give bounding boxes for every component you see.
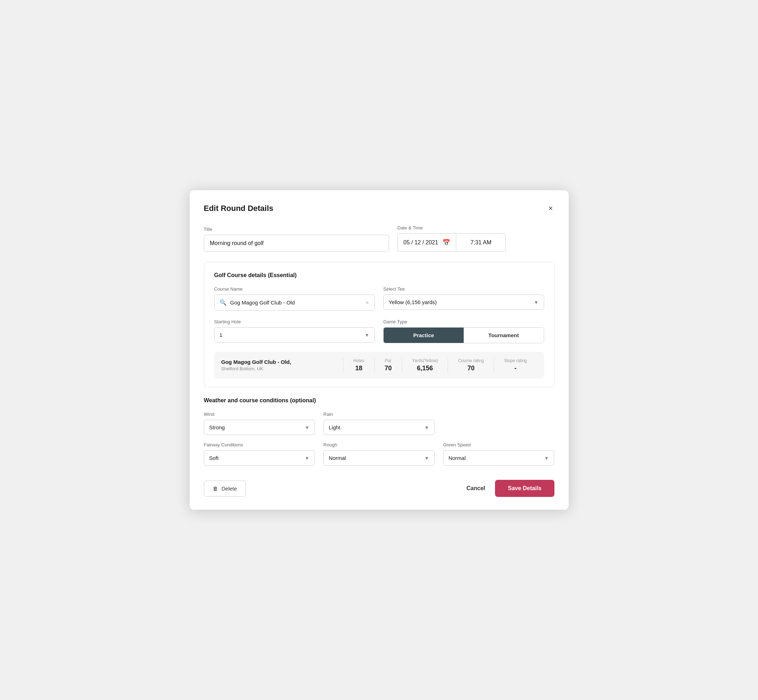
course-rating-stat: Course rating 70 bbox=[448, 358, 493, 372]
slope-rating-label: Slope rating bbox=[504, 358, 527, 363]
course-info-location: Shelford Bottom, UK bbox=[221, 366, 343, 371]
rough-dropdown[interactable]: Normal ▼ bbox=[324, 450, 434, 466]
green-speed-dropdown[interactable]: Normal ▼ bbox=[443, 450, 554, 466]
holes-label: Holes bbox=[353, 358, 365, 363]
tournament-button[interactable]: Tournament bbox=[464, 328, 544, 343]
course-tee-row: Course Name 🔍 Gog Magog Golf Club - Old … bbox=[214, 286, 544, 311]
game-type-group: Game Type Practice Tournament bbox=[383, 319, 544, 343]
course-name-value: Gog Magog Golf Club - Old bbox=[230, 300, 295, 306]
game-type-label: Game Type bbox=[383, 319, 544, 324]
course-info-name-block: Gog Magog Golf Club - Old, Shelford Bott… bbox=[221, 359, 343, 371]
course-info-name: Gog Magog Golf Club - Old, bbox=[221, 359, 343, 365]
select-tee-group: Select Tee Yellow (6,156 yards) ▼ bbox=[383, 286, 544, 311]
rough-group: Rough Normal ▼ bbox=[324, 442, 434, 466]
wind-group: Wind Strong ▼ bbox=[204, 411, 315, 435]
wind-rain-row: Wind Strong ▼ Rain Light ▼ bbox=[204, 411, 554, 435]
bottom-bar: 🗑 Delete Cancel Save Details bbox=[204, 477, 554, 497]
course-name-group: Course Name 🔍 Gog Magog Golf Club - Old … bbox=[214, 286, 375, 311]
rain-group: Rain Light ▼ bbox=[324, 411, 434, 435]
starting-hole-dropdown[interactable]: 1 ▼ bbox=[214, 327, 375, 342]
hole-gametype-row: Starting Hole 1 ▼ Game Type Practice Tou… bbox=[214, 319, 544, 343]
course-info-row: Gog Magog Golf Club - Old, Shelford Bott… bbox=[214, 352, 544, 378]
slope-rating-value: - bbox=[514, 364, 516, 372]
rough-label: Rough bbox=[324, 442, 434, 447]
fairway-dropdown[interactable]: Soft ▼ bbox=[204, 450, 315, 466]
golf-course-section-title: Golf Course details (Essential) bbox=[214, 272, 544, 278]
starting-hole-label: Starting Hole bbox=[214, 319, 375, 324]
course-name-input[interactable]: 🔍 Gog Magog Golf Club - Old ✕ bbox=[214, 295, 375, 311]
par-stat: Par 70 bbox=[374, 358, 402, 372]
rain-dropdown[interactable]: Light ▼ bbox=[324, 420, 434, 435]
title-label: Title bbox=[204, 227, 389, 232]
title-field-group: Title bbox=[204, 227, 389, 252]
course-rating-label: Course rating bbox=[458, 358, 484, 363]
slope-rating-stat: Slope rating - bbox=[493, 358, 537, 372]
delete-button[interactable]: 🗑 Delete bbox=[204, 481, 246, 497]
date-field[interactable]: 05 / 12 / 2021 📅 bbox=[398, 233, 456, 252]
game-type-toggle: Practice Tournament bbox=[383, 327, 544, 343]
fairway-label: Fairway Conditions bbox=[204, 442, 315, 447]
date-time-group: 05 / 12 / 2021 📅 7:31 AM bbox=[398, 233, 506, 252]
modal-title: Edit Round Details bbox=[204, 204, 274, 213]
golf-course-section: Golf Course details (Essential) Course N… bbox=[204, 262, 554, 388]
fairway-group: Fairway Conditions Soft ▼ bbox=[204, 442, 315, 466]
weather-section-title: Weather and course conditions (optional) bbox=[204, 397, 554, 404]
edit-round-modal: Edit Round Details × Title Date & Time 0… bbox=[190, 190, 568, 510]
course-name-label: Course Name bbox=[214, 286, 375, 292]
time-value: 7:31 AM bbox=[470, 239, 492, 246]
chevron-down-icon-3: ▼ bbox=[305, 425, 310, 430]
rain-label: Rain bbox=[324, 411, 434, 417]
starting-hole-value: 1 bbox=[219, 332, 365, 338]
holes-value: 18 bbox=[355, 364, 362, 372]
starting-hole-group: Starting Hole 1 ▼ bbox=[214, 319, 375, 343]
green-speed-value: Normal bbox=[448, 455, 544, 461]
chevron-down-icon-7: ▼ bbox=[544, 455, 549, 461]
title-input[interactable] bbox=[204, 235, 389, 252]
save-button[interactable]: Save Details bbox=[495, 480, 554, 497]
right-actions: Cancel Save Details bbox=[467, 480, 554, 497]
chevron-down-icon-4: ▼ bbox=[424, 425, 429, 430]
rough-value: Normal bbox=[329, 455, 424, 461]
yards-label: Yards(Yellow) bbox=[412, 358, 438, 363]
fairway-rough-green-row: Fairway Conditions Soft ▼ Rough Normal ▼… bbox=[204, 442, 554, 466]
wind-value: Strong bbox=[209, 424, 305, 430]
modal-header: Edit Round Details × bbox=[204, 203, 554, 214]
close-button[interactable]: × bbox=[547, 203, 554, 214]
delete-label: Delete bbox=[222, 486, 237, 492]
par-label: Par bbox=[385, 358, 392, 363]
chevron-down-icon-5: ▼ bbox=[305, 455, 310, 461]
wind-label: Wind bbox=[204, 411, 315, 417]
par-value: 70 bbox=[385, 364, 392, 372]
wind-dropdown[interactable]: Strong ▼ bbox=[204, 420, 315, 435]
datetime-field-group: Date & Time 05 / 12 / 2021 📅 7:31 AM bbox=[398, 225, 506, 252]
search-icon: 🔍 bbox=[219, 299, 227, 306]
weather-section: Weather and course conditions (optional)… bbox=[204, 397, 554, 466]
clear-course-icon[interactable]: ✕ bbox=[365, 300, 370, 306]
chevron-down-icon-6: ▼ bbox=[424, 455, 429, 461]
practice-button[interactable]: Practice bbox=[384, 328, 464, 343]
yards-value: 6,156 bbox=[417, 364, 433, 372]
top-fields-row: Title Date & Time 05 / 12 / 2021 📅 7:31 … bbox=[204, 225, 554, 252]
green-speed-group: Green Speed Normal ▼ bbox=[443, 442, 554, 466]
date-value: 05 / 12 / 2021 bbox=[404, 239, 439, 246]
chevron-down-icon: ▼ bbox=[534, 300, 539, 305]
fairway-value: Soft bbox=[209, 455, 305, 461]
yards-stat: Yards(Yellow) 6,156 bbox=[402, 358, 448, 372]
time-field[interactable]: 7:31 AM bbox=[456, 233, 506, 252]
select-tee-value: Yellow (6,156 yards) bbox=[388, 299, 534, 305]
datetime-label: Date & Time bbox=[398, 225, 506, 230]
holes-stat: Holes 18 bbox=[343, 358, 374, 372]
cancel-button[interactable]: Cancel bbox=[467, 485, 485, 492]
chevron-down-icon-2: ▼ bbox=[365, 332, 370, 338]
green-speed-label: Green Speed bbox=[443, 442, 554, 447]
select-tee-dropdown[interactable]: Yellow (6,156 yards) ▼ bbox=[383, 295, 544, 310]
course-rating-value: 70 bbox=[467, 364, 475, 372]
select-tee-label: Select Tee bbox=[383, 286, 544, 292]
rain-value: Light bbox=[329, 424, 424, 430]
calendar-icon: 📅 bbox=[442, 239, 450, 247]
trash-icon: 🗑 bbox=[213, 486, 218, 492]
